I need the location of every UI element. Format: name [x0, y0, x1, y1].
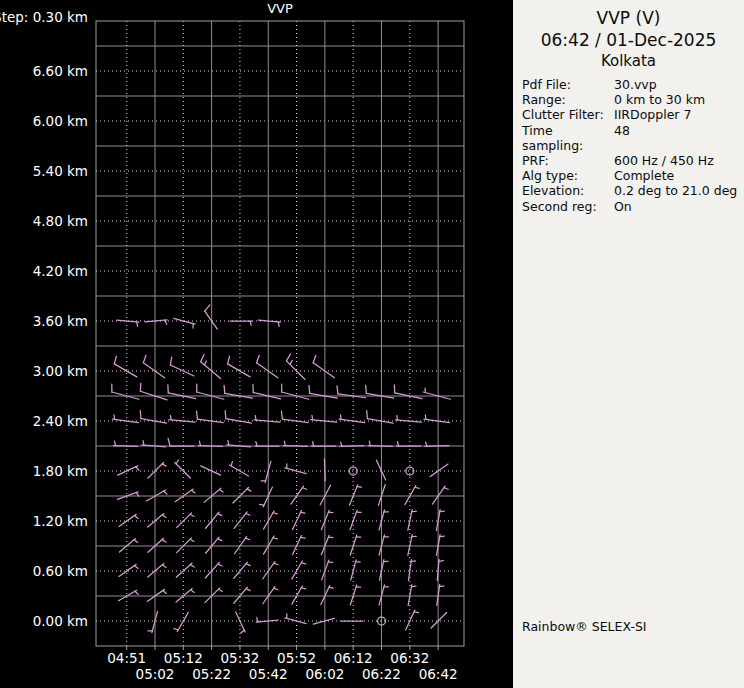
y-axis-tick-label: 0.00 km: [33, 613, 88, 629]
wind-barb-half-feather: [255, 415, 256, 419]
info-value: 30.vvp: [614, 77, 742, 92]
wind-barb-half-feather: [397, 415, 398, 419]
vendor-label: Rainbow® SELEX-SI: [522, 619, 647, 634]
y-axis-step-label: Step: 0.30 km: [0, 9, 88, 25]
y-axis-tick-label: 4.20 km: [33, 263, 88, 279]
x-axis-tick-label: 06:02: [305, 666, 344, 682]
wind-barb-half-feather: [301, 537, 305, 538]
wind-barb-staff: [340, 446, 364, 447]
x-axis-tick-label: 05:52: [277, 650, 316, 666]
wind-barb-feather: [224, 385, 225, 393]
info-label: PRF:: [522, 153, 614, 168]
wind-barb-half-feather: [137, 322, 138, 326]
y-axis-tick-label: 3.00 km: [33, 363, 88, 379]
wind-barb-half-feather: [170, 415, 171, 419]
y-axis-tick-label: 2.40 km: [33, 413, 88, 429]
info-value: 0.2 deg to 21.0 deg: [614, 183, 742, 198]
x-axis-tick-label: 06:32: [390, 650, 429, 666]
info-label: Second reg:: [522, 199, 614, 214]
info-row: Time sampling:48: [522, 123, 742, 153]
site-name: Kolkata: [513, 51, 744, 71]
info-value: 600 Hz / 450 Hz: [614, 153, 742, 168]
chart-background: [0, 0, 513, 688]
y-axis-tick-label: 5.40 km: [33, 163, 88, 179]
info-value: 0 km to 30 km: [614, 92, 742, 107]
y-axis-tick-label: 0.60 km: [33, 563, 88, 579]
wind-barb-half-feather: [411, 561, 415, 562]
wind-barb-half-feather: [414, 612, 418, 613]
info-row: Clutter Filter:IIRDoppler 7: [522, 107, 742, 122]
info-value: IIRDoppler 7: [614, 107, 742, 122]
info-label: Range:: [522, 92, 614, 107]
wind-barb-feather: [225, 411, 226, 419]
wind-barb-staff: [283, 446, 307, 447]
wind-barb-feather: [366, 385, 367, 393]
wind-barb-staff: [324, 459, 325, 481]
y-axis-tick-label: 6.60 km: [33, 63, 88, 79]
wind-barb-feather: [309, 385, 310, 393]
info-label: Alg type:: [522, 168, 614, 183]
vvp-time-height-chart: VVPStep: 0.30 km6.60 km6.00 km5.40 km4.8…: [0, 0, 513, 688]
wind-barb-half-feather: [425, 415, 426, 419]
wind-barb-half-feather: [357, 487, 361, 488]
x-axis-tick-label: 06:42: [419, 666, 458, 682]
wind-barb-staff: [425, 446, 449, 447]
x-axis-tick-label: 05:22: [192, 666, 231, 682]
y-axis-tick-label: 1.80 km: [33, 463, 88, 479]
y-axis-tick-label: 6.00 km: [33, 113, 88, 129]
wind-barb-half-feather: [114, 415, 115, 419]
wind-barb-feather: [367, 411, 368, 419]
wind-barb-staff: [368, 446, 392, 447]
x-axis-tick-label: 04:51: [107, 650, 146, 666]
chart-title: VVP: [267, 1, 293, 16]
wind-barb-half-feather: [329, 587, 333, 588]
info-label: Elevation:: [522, 183, 614, 198]
info-label: Time sampling:: [522, 123, 614, 153]
wind-barb-feather: [140, 411, 141, 419]
info-row: Second reg:On: [522, 199, 742, 214]
wind-barb-staff: [198, 446, 222, 447]
wind-barb-half-feather: [312, 415, 313, 419]
info-value: On: [614, 199, 742, 214]
wind-barb-half-feather: [340, 415, 341, 419]
wind-barb-half-feather: [439, 586, 443, 587]
product-title: VVP (V): [513, 7, 744, 29]
info-label: Pdf File:: [522, 77, 614, 92]
y-axis-tick-label: 4.80 km: [33, 213, 88, 229]
x-axis-tick-label: 06:12: [334, 650, 373, 666]
info-panel: VVP (V) 06:42 / 01-Dec-2025 Kolkata Pdf …: [513, 0, 744, 688]
info-row: Range:0 km to 30 km: [522, 92, 742, 107]
info-value: 48: [614, 123, 742, 153]
x-axis-tick-label: 05:02: [136, 666, 175, 682]
wind-barb-half-feather: [301, 512, 305, 513]
wind-barb-half-feather: [328, 512, 332, 513]
vvp-application-window: VVPStep: 0.30 km6.60 km6.00 km5.40 km4.8…: [0, 0, 744, 688]
y-axis-tick-label: 1.20 km: [33, 513, 88, 529]
info-row: Pdf File:30.vvp: [522, 77, 742, 92]
product-datetime: 06:42 / 01-Dec-2025: [513, 29, 744, 51]
wind-barb-half-feather: [278, 322, 279, 326]
product-parameters: Pdf File:30.vvpRange:0 km to 30 kmClutte…: [513, 77, 744, 214]
info-row: PRF:600 Hz / 450 Hz: [522, 153, 742, 168]
x-axis-tick-label: 05:42: [249, 666, 288, 682]
x-axis-tick-label: 05:12: [164, 650, 203, 666]
wind-barb-half-feather: [439, 561, 443, 562]
y-axis-tick-label: 3.60 km: [33, 313, 88, 329]
info-row: Alg type:Complete: [522, 168, 742, 183]
info-row: Elevation:0.2 deg to 21.0 deg: [522, 183, 742, 198]
wind-barb-half-feather: [328, 537, 332, 538]
wind-barb-half-feather: [260, 504, 264, 505]
info-value: Complete: [614, 168, 742, 183]
wind-barb-half-feather: [228, 441, 229, 445]
x-axis-tick-label: 06:22: [362, 666, 401, 682]
x-axis-tick-label: 05:32: [220, 650, 259, 666]
wind-barb-half-feather: [143, 441, 144, 445]
wind-barb-staff: [114, 446, 138, 447]
info-label: Clutter Filter:: [522, 107, 614, 122]
